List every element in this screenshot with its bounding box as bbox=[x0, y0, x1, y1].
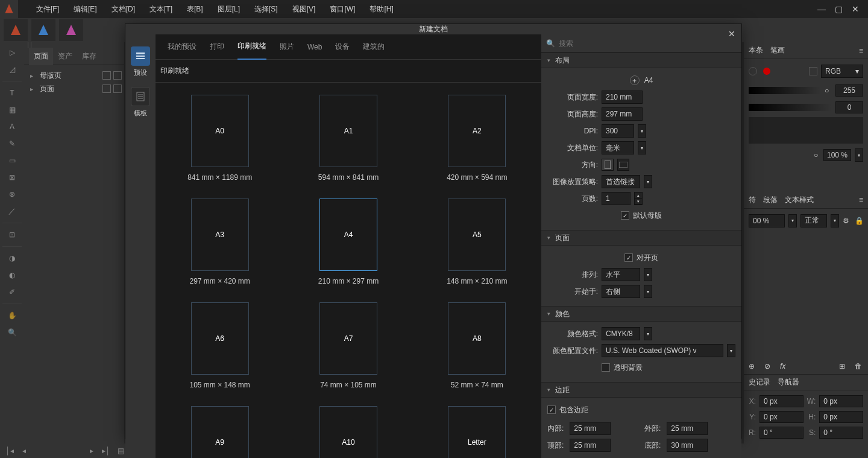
preset-a5[interactable]: A5148 mm × 210 mm bbox=[447, 199, 507, 285]
close-icon[interactable]: ✕ bbox=[728, 29, 735, 39]
tab-color[interactable]: 本条 bbox=[749, 45, 763, 56]
menu-view[interactable]: 视图[V] bbox=[285, 1, 323, 18]
page-width-field[interactable]: 210 mm bbox=[602, 91, 643, 104]
tab-architectural[interactable]: 建筑的 bbox=[363, 34, 385, 59]
persona-photo-icon[interactable] bbox=[59, 19, 83, 41]
minimize-icon[interactable]: — bbox=[817, 5, 826, 13]
preset-a2[interactable]: A2420 mm × 594 mm bbox=[447, 95, 507, 182]
margin-top-field[interactable]: 25 mm bbox=[570, 439, 611, 452]
tab-navigator[interactable]: 导航器 bbox=[778, 377, 799, 387]
close-icon[interactable]: ✕ bbox=[851, 5, 860, 13]
facing-pages-checkbox[interactable] bbox=[624, 253, 633, 262]
sidebar-templates[interactable]: 模板 bbox=[131, 87, 150, 118]
blend-select[interactable]: 正常 bbox=[800, 214, 827, 227]
arrange-select[interactable]: 水平 bbox=[602, 268, 640, 281]
fill-tool-icon[interactable]: ◑ bbox=[2, 250, 22, 266]
preset-a7[interactable]: A774 mm × 105 mm bbox=[319, 302, 377, 389]
last-page-icon[interactable]: ▸│ bbox=[101, 446, 111, 456]
start-select[interactable]: 右侧 bbox=[602, 285, 640, 298]
tab-character[interactable]: 符 bbox=[749, 195, 756, 205]
menu-help[interactable]: 帮助[H] bbox=[362, 1, 400, 18]
menu-edit[interactable]: 编辑[E] bbox=[66, 1, 104, 18]
menu-document[interactable]: 文档[D] bbox=[104, 1, 142, 18]
persona-publisher-icon[interactable] bbox=[4, 19, 28, 41]
first-page-icon[interactable]: │◂ bbox=[5, 446, 14, 456]
crop-tool-icon[interactable]: ⊡ bbox=[2, 227, 22, 243]
alpha-slider[interactable] bbox=[749, 87, 821, 94]
color-mode-select[interactable]: RGB▾ bbox=[821, 65, 863, 78]
tab-text-styles[interactable]: 文本样式 bbox=[785, 195, 814, 205]
dropdown-icon[interactable]: ▾ bbox=[638, 141, 646, 154]
menu-icon[interactable]: ≡ bbox=[859, 46, 863, 55]
margin-inner-field[interactable]: 25 mm bbox=[570, 422, 611, 435]
add-icon[interactable]: ⊞ bbox=[839, 362, 848, 371]
dropdown-icon[interactable]: ▾ bbox=[638, 124, 646, 138]
preset-a6[interactable]: A6105 mm × 148 mm bbox=[189, 302, 250, 389]
pen-tool-icon[interactable]: ✎ bbox=[2, 136, 22, 151]
menu-file[interactable]: 文件[F] bbox=[29, 1, 66, 18]
artistic-text-tool-icon[interactable]: A bbox=[2, 119, 22, 135]
prev-page-icon[interactable]: ◂ bbox=[19, 446, 29, 456]
r-field[interactable]: 0 ° bbox=[760, 427, 804, 439]
tree-master-pages[interactable]: ▸ 母版页 bbox=[27, 69, 122, 82]
margin-outer-field[interactable]: 25 mm bbox=[667, 422, 708, 435]
hand-tool-icon[interactable]: ✋ bbox=[2, 308, 22, 323]
page-count-field[interactable]: 1 bbox=[602, 192, 631, 205]
ellipse-tool-icon[interactable]: ⊗ bbox=[2, 186, 22, 202]
preset-letter[interactable]: Letter bbox=[448, 406, 506, 458]
menu-layer[interactable]: 图层[L] bbox=[210, 1, 247, 18]
menu-select[interactable]: 选择[S] bbox=[247, 1, 285, 18]
node-tool-icon[interactable]: ◿ bbox=[2, 62, 22, 77]
tab-devices[interactable]: 设备 bbox=[335, 34, 350, 59]
anchor-icon[interactable]: ⊕ bbox=[749, 362, 757, 371]
tab-my-presets[interactable]: 我的预设 bbox=[168, 34, 197, 59]
orientation-portrait[interactable] bbox=[602, 159, 614, 171]
preset-a8[interactable]: A852 mm × 74 mm bbox=[448, 302, 506, 389]
add-preset-button[interactable]: ＋A4 bbox=[547, 72, 735, 89]
line-tool-icon[interactable]: ／ bbox=[2, 203, 22, 219]
lock-icon[interactable]: 🔒 bbox=[855, 217, 863, 225]
h-field[interactable]: 0 px bbox=[819, 411, 863, 423]
persona-designer-icon[interactable] bbox=[31, 19, 55, 41]
tab-print[interactable]: 打印 bbox=[210, 34, 224, 59]
move-tool-icon[interactable]: ▷ bbox=[2, 45, 22, 60]
picker-icon[interactable] bbox=[749, 67, 757, 75]
next-page-icon[interactable]: ▸ bbox=[87, 446, 96, 456]
preset-a3[interactable]: A3297 mm × 420 mm bbox=[189, 199, 250, 285]
color-format-select[interactable]: CMYK/8 bbox=[602, 327, 640, 340]
text-frame-tool-icon[interactable]: T bbox=[2, 85, 22, 101]
tab-assets[interactable]: 资产 bbox=[53, 48, 77, 65]
menu-window[interactable]: 窗口[W] bbox=[322, 1, 362, 18]
s-field[interactable]: 0 ° bbox=[819, 427, 863, 439]
table-tool-icon[interactable]: ▦ bbox=[2, 102, 22, 118]
tab-paragraph[interactable]: 段落 bbox=[763, 195, 778, 205]
trash-icon[interactable]: 🗑 bbox=[855, 362, 863, 371]
preset-a0[interactable]: A0841 mm × 1189 mm bbox=[187, 95, 252, 182]
value[interactable]: 0 bbox=[835, 101, 863, 113]
tab-press-ready[interactable]: 印刷就绪 bbox=[237, 34, 266, 60]
rectangle-tool-icon[interactable]: ▭ bbox=[2, 153, 22, 168]
transparency-tool-icon[interactable]: ◐ bbox=[2, 267, 22, 283]
default-master-checkbox[interactable] bbox=[621, 211, 629, 220]
preset-a1[interactable]: A1594 mm × 841 mm bbox=[318, 95, 379, 182]
page-height-field[interactable]: 297 mm bbox=[602, 107, 643, 121]
picture-frame-tool-icon[interactable]: ⊠ bbox=[2, 170, 22, 185]
section-color[interactable]: ▾颜色 bbox=[541, 306, 741, 322]
dropdown-icon[interactable]: ▾ bbox=[644, 175, 652, 188]
search-input[interactable] bbox=[559, 39, 737, 48]
menu-icon[interactable]: ≡ bbox=[859, 196, 863, 204]
image-placement-select[interactable]: 首选链接 bbox=[602, 175, 640, 188]
tab-pages[interactable]: 页面 bbox=[29, 48, 53, 65]
tab-history[interactable]: 史记录 bbox=[749, 377, 770, 387]
menu-text[interactable]: 文本[T] bbox=[142, 1, 180, 18]
include-margins-checkbox[interactable] bbox=[547, 406, 556, 414]
color-picker-tool-icon[interactable]: ✐ bbox=[2, 284, 22, 300]
tab-stock[interactable]: 库存 bbox=[77, 48, 101, 65]
margin-bottom-field[interactable]: 30 mm bbox=[667, 439, 708, 452]
tab-web[interactable]: Web bbox=[307, 36, 322, 59]
spinner-icon[interactable]: ▴▾ bbox=[634, 192, 643, 205]
search-field[interactable]: 🔍 bbox=[541, 34, 741, 52]
section-margins[interactable]: ▾边距 bbox=[541, 382, 741, 398]
opacity-select[interactable]: 00 % bbox=[749, 214, 785, 227]
y-field[interactable]: 0 px bbox=[760, 411, 804, 423]
